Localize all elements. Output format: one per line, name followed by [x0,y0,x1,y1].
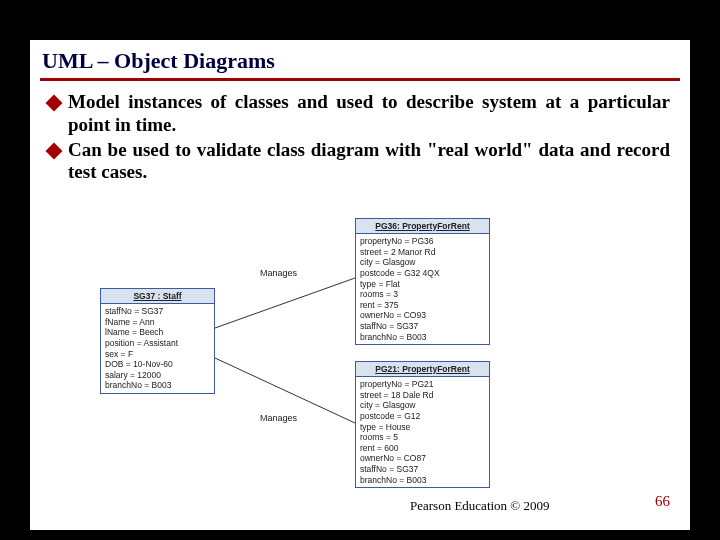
attr: street = 2 Manor Rd [360,247,485,258]
object-body: propertyNo = PG21 street = 18 Dale Rd ci… [356,377,489,487]
bullet-item: Can be used to validate class diagram wi… [48,139,670,185]
bullet-icon [46,95,63,112]
object-body: staffNo = SG37 fName = Ann lName = Beech… [101,304,214,393]
object-header: PG36: PropertyForRent [356,219,489,234]
attr: branchNo = B003 [360,475,485,486]
attr: fName = Ann [105,317,210,328]
bullet-text: Model instances of classes and used to d… [68,91,670,137]
link-label: Manages [260,268,297,278]
attr: city = Glasgow [360,400,485,411]
object-pg36: PG36: PropertyForRent propertyNo = PG36 … [355,218,490,345]
attr: street = 18 Dale Rd [360,390,485,401]
title-underline [40,78,680,81]
attr: branchNo = B003 [360,332,485,343]
attr: propertyNo = PG36 [360,236,485,247]
attr: postcode = G12 [360,411,485,422]
attr: ownerNo = CO87 [360,453,485,464]
bullet-text: Can be used to validate class diagram wi… [68,139,670,185]
attr: staffNo = SG37 [360,321,485,332]
object-body: propertyNo = PG36 street = 2 Manor Rd ci… [356,234,489,344]
attr: rooms = 3 [360,289,485,300]
page-number: 66 [655,493,670,510]
attr: sex = F [105,349,210,360]
attr: salary = 12000 [105,370,210,381]
attr: staffNo = SG37 [360,464,485,475]
attr: rooms = 5 [360,432,485,443]
slide-title: UML – Object Diagrams [30,40,690,78]
attr: lName = Beech [105,327,210,338]
svg-line-0 [215,278,355,328]
attr: type = House [360,422,485,433]
attr: rent = 375 [360,300,485,311]
object-staff: SG37 : Staff staffNo = SG37 fName = Ann … [100,288,215,394]
attr: position = Assistant [105,338,210,349]
attr: rent = 600 [360,443,485,454]
object-diagram: Manages Manages SG37 : Staff staffNo = S… [100,218,520,518]
attr: ownerNo = CO93 [360,310,485,321]
bullet-icon [46,142,63,159]
object-header: PG21: PropertyForRent [356,362,489,377]
attr: DOB = 10-Nov-60 [105,359,210,370]
bullet-list: Model instances of classes and used to d… [30,91,690,184]
object-pg21: PG21: PropertyForRent propertyNo = PG21 … [355,361,490,488]
link-label: Manages [260,413,297,423]
attr: propertyNo = PG21 [360,379,485,390]
bullet-item: Model instances of classes and used to d… [48,91,670,137]
attr: type = Flat [360,279,485,290]
slide: UML – Object Diagrams Model instances of… [30,40,690,530]
attr: branchNo = B003 [105,380,210,391]
attr: postcode = G32 4QX [360,268,485,279]
attr: city = Glasgow [360,257,485,268]
copyright: Pearson Education © 2009 [410,498,550,514]
attr: staffNo = SG37 [105,306,210,317]
object-header: SG37 : Staff [101,289,214,304]
